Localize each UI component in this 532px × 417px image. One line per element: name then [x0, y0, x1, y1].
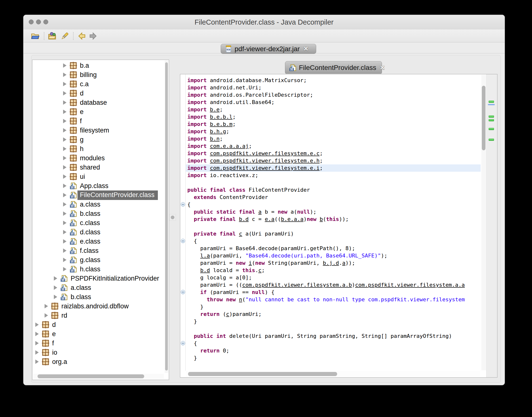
tree-item-io[interactable]: io: [32, 348, 164, 357]
code-link[interactable]: b.e.b.m: [210, 121, 233, 127]
code-vertical-scrollbar[interactable]: [481, 75, 486, 370]
expander-triangle-icon[interactable]: [35, 323, 39, 327]
tree-item-billing[interactable]: billing: [32, 70, 164, 79]
tree-item-rd[interactable]: rd: [32, 311, 164, 320]
expander-triangle-icon[interactable]: [35, 350, 39, 355]
forward-button[interactable]: [89, 32, 97, 41]
tree-item-app-class[interactable]: 010 App.class: [32, 181, 164, 190]
tree-item-c-class[interactable]: 010 c.class: [32, 218, 164, 228]
code-link[interactable]: com.pspdfkit.viewer.filesystem.e.h: [210, 157, 320, 164]
code-link[interactable]: b.d: [200, 267, 210, 273]
tree-item-f-class[interactable]: 010 f.class: [32, 246, 164, 255]
open-type-button[interactable]: [48, 32, 56, 41]
tree-item-h[interactable]: h: [32, 144, 164, 154]
expander-triangle-icon[interactable]: [35, 360, 39, 364]
expander-triangle-icon[interactable]: [63, 221, 66, 225]
tree-item-g[interactable]: g: [32, 135, 164, 144]
code-link[interactable]: b.n: [210, 136, 220, 142]
tree-vscroll-thumb[interactable]: [165, 62, 168, 370]
expander-triangle-icon[interactable]: [63, 239, 66, 244]
fold-collapse-icon[interactable]: −: [181, 341, 185, 345]
expander-triangle-icon[interactable]: [63, 73, 66, 77]
jar-tab-close-icon[interactable]: ✕: [303, 45, 309, 52]
fold-collapse-icon[interactable]: −: [181, 290, 185, 294]
code-link[interactable]: b.j.d: [323, 260, 339, 266]
change-marker-green[interactable]: [489, 139, 494, 141]
tree-item-ui[interactable]: ui: [32, 172, 164, 181]
tree-hscroll-thumb[interactable]: [38, 374, 144, 378]
expander-triangle-icon[interactable]: [63, 193, 66, 197]
tree-item-shared[interactable]: shared: [32, 163, 164, 172]
tree-item-e[interactable]: e: [32, 107, 164, 116]
tree-item-modules[interactable]: modules: [32, 154, 164, 163]
tree-item-database[interactable]: database: [32, 98, 164, 107]
expander-triangle-icon[interactable]: [54, 285, 57, 290]
code-vscroll-thumb[interactable]: [482, 86, 485, 150]
expander-triangle-icon[interactable]: [63, 202, 66, 207]
code-link[interactable]: b.e.a.a: [281, 216, 303, 222]
expander-triangle-icon[interactable]: [63, 156, 66, 160]
back-button[interactable]: [77, 32, 86, 41]
tree-item-filesystem[interactable]: filesystem: [32, 126, 164, 135]
split-pane-handle[interactable]: [169, 214, 176, 221]
tree-item-d[interactable]: d: [32, 89, 164, 98]
expander-triangle-icon[interactable]: [63, 184, 66, 188]
expander-triangle-icon[interactable]: [63, 147, 66, 151]
tree-item-f[interactable]: f: [32, 116, 164, 126]
expander-triangle-icon[interactable]: [63, 230, 66, 234]
tree-item-a-class[interactable]: 010 a.class: [32, 200, 164, 209]
tree-item-b-class[interactable]: 010 b.class: [32, 292, 164, 302]
expander-triangle-icon[interactable]: [63, 267, 66, 271]
tree-item-f[interactable]: f: [32, 339, 164, 348]
tree-item-filecontentprovider-class[interactable]: 010 FileContentProvider.class: [32, 190, 164, 200]
tree-item-b-class[interactable]: 010 b.class: [32, 209, 164, 218]
change-marker-green[interactable]: [489, 128, 494, 130]
expander-triangle-icon[interactable]: [54, 276, 57, 281]
tree-item-e[interactable]: e: [32, 329, 164, 339]
search-button[interactable]: [60, 32, 69, 41]
code-link[interactable]: b: [320, 216, 323, 222]
code-link[interactable]: n: [239, 296, 242, 302]
tree-item-e-class[interactable]: 010 e.class: [32, 237, 164, 246]
expander-triangle-icon[interactable]: [63, 91, 66, 95]
code-link[interactable]: com.pspdfkit.viewer.filesystem.a.a: [355, 282, 465, 288]
expander-triangle-icon[interactable]: [63, 249, 66, 253]
change-marker-green[interactable]: [489, 101, 494, 103]
code-link[interactable]: e.a: [265, 216, 274, 222]
expander-triangle-icon[interactable]: [63, 258, 66, 262]
tree-item-c-a[interactable]: c.a: [32, 79, 164, 89]
tree-item-d[interactable]: d: [32, 320, 164, 329]
code-link[interactable]: b.d: [239, 216, 249, 222]
code-horizontal-scrollbar[interactable]: [186, 371, 480, 376]
code-link[interactable]: c: [239, 231, 242, 237]
tree-horizontal-scrollbar[interactable]: [33, 374, 164, 379]
change-marker-green[interactable]: [489, 115, 494, 118]
tree-item-d-class[interactable]: 010 d.class: [32, 228, 164, 237]
tree-item-h-class[interactable]: 010 h.class: [32, 264, 164, 274]
expander-triangle-icon[interactable]: [63, 174, 66, 179]
expander-triangle-icon[interactable]: [63, 100, 66, 105]
code-link[interactable]: com.pspdfkit.viewer.filesystem.e.i: [210, 165, 320, 171]
class-tab-close-icon[interactable]: ✕: [379, 64, 385, 72]
code-link[interactable]: l.a: [200, 253, 210, 259]
code-link[interactable]: g: [200, 274, 203, 281]
tree-item-g-class[interactable]: 010 g.class: [32, 255, 164, 264]
tree-vertical-scrollbar[interactable]: [165, 60, 168, 373]
expander-triangle-icon[interactable]: [35, 341, 39, 345]
tree-item-b-a[interactable]: b.a: [32, 61, 164, 70]
position-marker-blue[interactable]: [488, 104, 495, 105]
expander-triangle-icon[interactable]: [63, 119, 66, 123]
class-tab[interactable]: 010 FileContentProvider.class ✕: [285, 61, 382, 74]
fold-collapse-icon[interactable]: −: [181, 239, 185, 243]
code-link[interactable]: com.e.a.a.aj: [210, 143, 249, 149]
expander-triangle-icon[interactable]: [63, 165, 66, 169]
expander-triangle-icon[interactable]: [63, 110, 66, 114]
code-link[interactable]: a: [342, 260, 345, 266]
open-file-button[interactable]: [31, 32, 40, 41]
expander-triangle-icon[interactable]: [63, 137, 66, 142]
code-link[interactable]: b.e.b.l: [210, 114, 233, 120]
expander-triangle-icon[interactable]: [63, 211, 66, 216]
code-link[interactable]: com.pspdfkit.viewer.filesystem.e.c: [210, 150, 320, 156]
jar-tab[interactable]: 010 pdf-viewer-dex2jar.jar ✕: [221, 44, 316, 54]
code-link[interactable]: com.pspdfkit.viewer.filesystem.a.b: [242, 282, 352, 288]
